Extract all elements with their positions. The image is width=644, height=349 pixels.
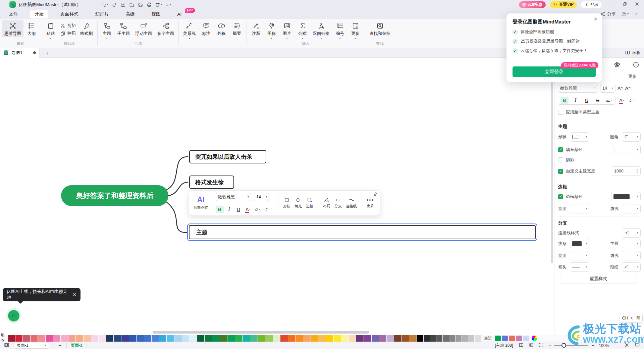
comment-button[interactable]: 注释 xyxy=(249,20,264,37)
custom-width-checkbox[interactable] xyxy=(558,169,563,174)
help-button[interactable]: ▾ xyxy=(621,11,629,17)
color-swatch[interactable] xyxy=(84,335,91,342)
font-increase-button[interactable]: A⁺ xyxy=(618,86,623,91)
connector-button[interactable]: 连接线 xyxy=(344,193,359,213)
color-swatch[interactable] xyxy=(167,335,174,342)
more-insert-button[interactable]: 更多▾ xyxy=(348,20,363,41)
border-color-checkbox[interactable] xyxy=(558,194,563,199)
panel-font-color-button[interactable]: A▾ xyxy=(618,97,626,104)
font-color-button[interactable]: A▾ xyxy=(244,206,252,213)
topic-node-2[interactable]: 格式发生徐 xyxy=(189,176,234,189)
color-swatch[interactable] xyxy=(273,335,280,342)
color-swatch[interactable] xyxy=(8,335,15,342)
shape-button[interactable]: 形状 xyxy=(281,193,292,213)
panel-underline-button[interactable]: U xyxy=(583,97,591,104)
reset-style-button[interactable]: 重置样式 xyxy=(560,274,637,284)
branch-button[interactable]: 分支 xyxy=(332,193,344,213)
cut-button[interactable]: 剪切 xyxy=(60,23,76,29)
color-swatch[interactable] xyxy=(15,335,23,342)
color-swatch[interactable] xyxy=(250,335,258,342)
color-swatch[interactable] xyxy=(159,335,167,342)
color-swatch[interactable] xyxy=(121,335,129,342)
callout-button[interactable]: 标注 xyxy=(199,20,214,37)
numbering-button[interactable]: 编号▾ xyxy=(333,20,347,41)
color-swatch[interactable] xyxy=(424,335,430,342)
panel-more-link[interactable]: 更多 xyxy=(628,74,637,80)
multi-topic-button[interactable]: 多个主题 xyxy=(155,20,176,37)
color-swatch[interactable] xyxy=(455,335,462,342)
color-swatch[interactable] xyxy=(468,335,474,342)
border-dash-select[interactable]: ▾ xyxy=(622,204,641,213)
pages-view-button[interactable] xyxy=(4,342,9,349)
color-swatch[interactable] xyxy=(430,335,436,342)
new-tab-button[interactable]: ＋ xyxy=(44,49,50,57)
boundary-button[interactable]: 外框 xyxy=(214,20,229,37)
panel-font-family-select[interactable]: 微软雅黑▾ xyxy=(558,84,598,93)
relationship-button[interactable]: 关系线▾ xyxy=(181,20,198,41)
undo-button[interactable]: ▾ xyxy=(102,2,108,7)
color-swatch[interactable] xyxy=(280,335,288,342)
picture-button[interactable]: 图片▾ xyxy=(280,20,294,41)
customize-toolbar-button[interactable]: ▾ xyxy=(165,2,171,7)
reading-mode-button[interactable] xyxy=(519,342,524,349)
tab-map1[interactable]: 导图1 xyxy=(0,48,40,58)
menu-page-style[interactable]: 页面样式 xyxy=(56,10,83,18)
font-family-select[interactable]: 微软雅黑▾ xyxy=(216,193,251,201)
subtopic-button[interactable]: 子主题 xyxy=(115,20,132,37)
color-swatch[interactable] xyxy=(106,335,114,342)
restore-button[interactable] xyxy=(623,2,627,8)
color-swatch[interactable] xyxy=(190,335,197,342)
outline-mode-button[interactable]: 大纲 xyxy=(24,20,39,37)
color-swatch[interactable] xyxy=(462,335,468,342)
page-select[interactable]: 页面-1▾ xyxy=(14,343,49,349)
minimize-button[interactable] xyxy=(610,2,615,8)
color-swatch[interactable] xyxy=(182,335,190,342)
find-replace-button[interactable]: 查找和替换 xyxy=(367,20,393,37)
collapse-ribbon-button[interactable] xyxy=(634,11,639,17)
color-swatch[interactable] xyxy=(174,335,182,342)
menu-file[interactable]: 文件 xyxy=(4,10,22,18)
zoom-in-button[interactable]: ＋ xyxy=(590,342,595,349)
underline-button[interactable]: U xyxy=(234,206,243,213)
export-button[interactable]: ▾ xyxy=(155,2,162,7)
apply-same-type-checkbox[interactable] xyxy=(558,110,563,115)
color-swatch[interactable] xyxy=(243,335,250,342)
new-file-button[interactable] xyxy=(120,2,126,7)
color-swatch[interactable] xyxy=(509,336,515,341)
color-swatch[interactable] xyxy=(258,335,265,342)
color-swatch[interactable] xyxy=(449,335,455,342)
color-swatch[interactable] xyxy=(364,335,371,342)
color-swatch[interactable] xyxy=(436,335,442,342)
panel-font-size-select[interactable]: 14▾ xyxy=(600,84,615,93)
color-swatch[interactable] xyxy=(31,335,38,342)
color-swatch[interactable] xyxy=(220,335,227,342)
border-color-select[interactable]: ▾ xyxy=(611,192,641,201)
format-painter-mini-button[interactable] xyxy=(263,206,271,213)
color-swatch[interactable] xyxy=(502,336,508,341)
close-notification-icon[interactable]: ✕ xyxy=(72,292,76,297)
central-topic-node[interactable]: 奥好答案了和整理资料后 xyxy=(61,185,168,206)
ime-indicator[interactable]: CH 简 xyxy=(620,314,643,322)
corner-select[interactable]: ▾ xyxy=(622,132,641,142)
promo-618-badge[interactable]: 618特惠 xyxy=(519,1,546,8)
zoom-slider-knob[interactable] xyxy=(561,343,566,348)
icon-marker-button[interactable]: 图标▾ xyxy=(264,20,279,41)
add-page-button[interactable]: ＋ xyxy=(57,342,62,349)
panel-toggle-button[interactable]: 面板 xyxy=(625,50,641,56)
color-swatch[interactable] xyxy=(318,335,326,342)
topic-button[interactable]: 主题▾ xyxy=(100,20,114,41)
taper-select[interactable]: ▾ xyxy=(622,262,641,272)
fit-page-button[interactable] xyxy=(625,342,630,349)
fill-color-select[interactable]: ▾ xyxy=(612,145,641,154)
color-wheel-icon[interactable] xyxy=(532,336,537,341)
menu-advanced[interactable]: 高级 xyxy=(121,10,140,18)
color-swatch[interactable] xyxy=(205,335,212,342)
summary-button[interactable]: 概要 xyxy=(230,20,245,37)
color-swatch[interactable] xyxy=(46,335,53,342)
panel-italic-button[interactable]: I xyxy=(572,97,580,104)
format-painter-button[interactable]: 格式刷 xyxy=(78,20,95,37)
color-swatch[interactable] xyxy=(356,335,364,342)
color-swatch[interactable] xyxy=(326,335,333,342)
pin-toolbar-icon[interactable] xyxy=(373,192,378,198)
toolbar-drag-handle[interactable]: ⌟ xyxy=(377,211,378,215)
